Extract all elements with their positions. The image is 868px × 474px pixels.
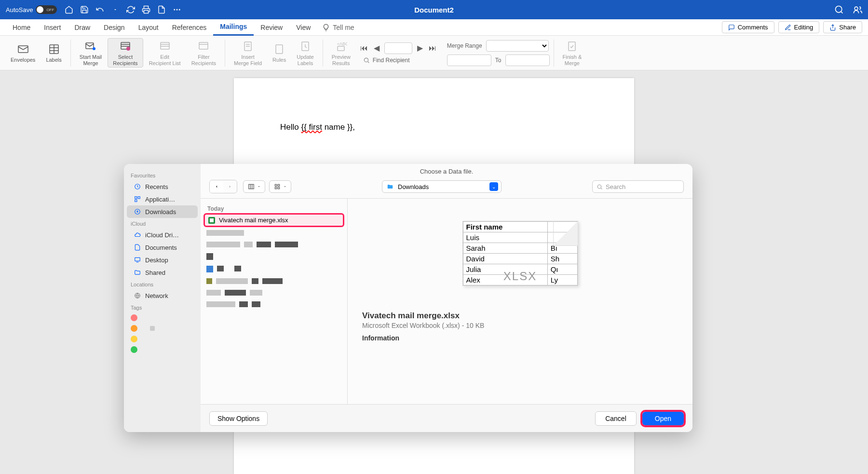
share-people-icon[interactable] [853,5,862,14]
svg-point-29 [364,58,368,62]
insert-merge-field-button[interactable]: Insert Merge Field [229,39,267,67]
cancel-button[interactable]: Cancel [595,411,637,426]
preview-results-button[interactable]: «ABC» Preview Results [327,39,355,67]
tab-layout[interactable]: Layout [132,19,165,36]
tab-design[interactable]: Design [97,19,132,36]
view-grid-button[interactable] [269,180,291,193]
svg-rect-44 [275,187,277,189]
tag-orange[interactable] [124,323,201,334]
tab-home[interactable]: Home [6,19,37,36]
tab-mailings[interactable]: Mailings [213,19,254,36]
record-number-input[interactable] [384,42,412,54]
tab-insert[interactable]: Insert [37,19,68,36]
print-icon[interactable] [142,5,150,14]
chevron-down-icon[interactable] [111,5,120,14]
file-open-dialog: Favourites Recents Applicati… Downloads … [124,164,692,432]
share-button[interactable]: Share [823,21,862,33]
sidebar-recents[interactable]: Recents [127,180,198,193]
back-button[interactable] [210,180,223,193]
page-icon[interactable] [157,5,166,14]
update-labels-button[interactable]: Update Labels [292,39,318,67]
finish-icon [565,40,579,53]
sidebar-applications[interactable]: Applicati… [127,193,198,205]
select-recipients-button[interactable]: Select Recipients [108,38,143,68]
svg-point-12 [93,47,95,50]
start-mail-merge-button[interactable]: Start Mail Merge [75,39,107,67]
envelopes-button[interactable]: Envelopes [6,41,40,64]
svg-rect-33 [138,197,140,199]
preview-filedesc: Microsoft Excel Workbook (.xlsx) - 10 KB [362,322,484,329]
svg-rect-36 [135,257,140,261]
tab-view[interactable]: View [289,19,317,36]
xlsx-icon [208,217,215,224]
doc-merge-field: {{ first [301,122,322,132]
sidebar-downloads[interactable]: Downloads [127,205,198,218]
svg-point-1 [174,9,176,11]
download-icon [134,208,141,216]
last-record-button[interactable]: ⏭ [428,43,437,53]
next-record-button[interactable]: ▶ [415,43,425,53]
svg-rect-28 [338,46,344,51]
forward-button[interactable] [223,180,237,193]
comments-button[interactable]: Comments [722,21,774,33]
tab-draw[interactable]: Draw [68,19,97,36]
tag-yellow[interactable] [124,334,201,344]
file-list[interactable]: Today Vivatech mail merge.xlsx [201,199,348,404]
merge-range-select[interactable] [486,40,549,52]
filter-icon [197,40,210,53]
svg-rect-30 [569,42,575,51]
tag-green[interactable] [124,344,201,355]
location-dropdown[interactable]: Downloads ⌄ [382,180,502,193]
tab-references[interactable]: References [165,19,214,36]
finish-merge-button[interactable]: Finish & Merge [558,39,587,67]
dialog-search[interactable]: Search [592,180,684,193]
sidebar-desktop[interactable]: Desktop [127,254,198,266]
svg-point-4 [836,6,842,13]
rules-button[interactable]: Rules [268,41,291,64]
merge-field-icon [241,40,255,53]
file-vivatech-xlsx[interactable]: Vivatech mail merge.xlsx [204,214,343,226]
sidebar-icloud-drive[interactable]: iCloud Dri… [127,229,198,241]
filter-recipients-button[interactable]: Filter Recipients [187,39,221,67]
svg-point-16 [126,47,130,51]
tab-review[interactable]: Review [254,19,289,36]
location-name: Downloads [398,183,486,190]
dialog-title: Choose a Data file. [201,164,692,175]
open-button[interactable]: Open [642,412,684,425]
merge-from-input[interactable] [447,54,491,66]
first-record-button[interactable]: ⏮ [359,43,369,53]
autosave-toggle[interactable]: OFF [36,5,57,14]
apps-icon [134,195,141,203]
editing-button[interactable]: Editing [778,21,820,33]
network-icon [134,292,141,299]
desktop-icon [134,256,141,264]
refresh-icon[interactable] [126,5,135,14]
labels-button[interactable]: Labels [41,41,66,64]
svg-rect-20 [199,42,208,49]
share-icon [829,24,836,31]
svg-point-2 [176,9,178,11]
sidebar-shared[interactable]: Shared [127,266,198,279]
view-columns-button[interactable] [243,180,265,193]
doc-icon [134,244,141,251]
undo-icon[interactable] [95,5,104,14]
save-icon[interactable] [80,5,89,14]
search-icon[interactable] [834,5,844,14]
tell-me[interactable]: Tell me [322,24,354,31]
folder-icon [386,183,394,190]
show-options-button[interactable]: Show Options [209,411,268,426]
comment-icon [728,24,735,31]
file-name: Vivatech mail merge.xlsx [219,217,288,224]
more-icon[interactable] [173,5,181,14]
sidebar-documents[interactable]: Documents [127,241,198,254]
find-icon [363,57,370,64]
home-icon[interactable] [65,5,73,14]
tag-red[interactable] [124,312,201,323]
find-recipient-button[interactable]: Find Recipient [363,57,437,64]
prev-record-button[interactable]: ◀ [372,43,381,53]
sidebar-network[interactable]: Network [127,289,198,302]
merge-to-input[interactable] [505,54,550,66]
edit-recipient-list-button[interactable]: Edit Recipient List [144,39,186,67]
autosave-control[interactable]: AutoSave OFF [6,5,57,14]
search-icon [597,184,603,190]
